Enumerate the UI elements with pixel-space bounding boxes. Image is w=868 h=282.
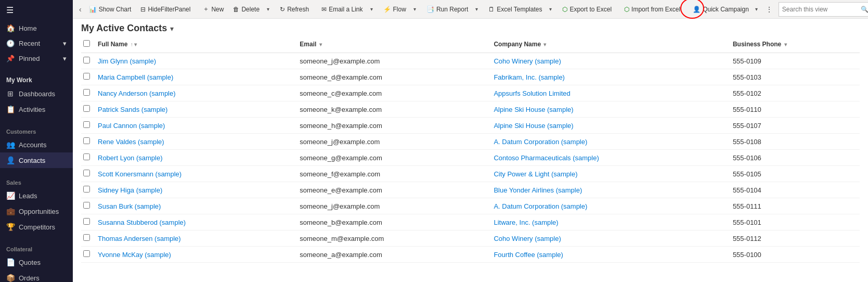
- row-checkbox[interactable]: [83, 89, 90, 96]
- row-checkbox[interactable]: [83, 137, 90, 144]
- quick-campaign-chevron[interactable]: ▾: [753, 2, 760, 17]
- contact-name-link[interactable]: Paul Cannon (sample): [98, 122, 165, 130]
- contact-name-link[interactable]: Scott Konersmann (sample): [98, 170, 182, 178]
- sidebar-item-label: Dashboards: [19, 90, 55, 98]
- sidebar-item-accounts[interactable]: 👥 Accounts: [0, 137, 73, 152]
- company-name-link[interactable]: Alpine Ski House (sample): [494, 122, 573, 130]
- sidebar-item-recent[interactable]: 🕐 Recent ▾: [0, 36, 73, 51]
- email-link-chevron[interactable]: ▾: [368, 2, 375, 17]
- company-name-link[interactable]: Blue Yonder Airlines (sample): [494, 186, 582, 194]
- flow-button[interactable]: ⚡ Flow: [379, 2, 410, 17]
- row-checkbox[interactable]: [83, 250, 90, 257]
- contact-name-link[interactable]: Maria Campbell (sample): [98, 73, 173, 81]
- export-excel-button[interactable]: ⬡ Export to Excel: [558, 2, 616, 17]
- sidebar-item-dashboards[interactable]: ⊞ Dashboards: [0, 86, 73, 101]
- company-name-link[interactable]: Fourth Coffee (sample): [494, 251, 563, 259]
- row-checkbox[interactable]: [83, 218, 90, 225]
- report-icon: 📑: [426, 6, 434, 13]
- more-options-button[interactable]: ⋮: [762, 2, 776, 17]
- contact-email: someone_h@example.com: [297, 118, 491, 134]
- contact-phone: 555-0101: [731, 214, 860, 230]
- delete-button[interactable]: 🗑 Delete: [229, 2, 264, 17]
- sidebar-item-pinned[interactable]: 📌 Pinned ▾: [0, 51, 73, 66]
- flow-chevron[interactable]: ▾: [411, 2, 418, 17]
- import-excel-button[interactable]: ⬡ Import from Excel: [620, 2, 684, 17]
- sidebar-item-activities[interactable]: 📋 Activities: [0, 101, 73, 117]
- contact-name-link[interactable]: Rene Valdes (sample): [98, 138, 164, 146]
- table-row: Nancy Anderson (sample) someone_c@exampl…: [81, 85, 860, 101]
- run-report-chevron[interactable]: ▾: [473, 2, 480, 17]
- sidebar-item-leads[interactable]: 📈 Leads: [0, 188, 73, 203]
- back-button[interactable]: ‹: [77, 3, 84, 16]
- company-name-link[interactable]: Alpine Ski House (sample): [494, 106, 573, 113]
- contact-name-link[interactable]: Robert Lyon (sample): [98, 154, 163, 162]
- sidebar-item-contacts[interactable]: 👤 Contacts: [0, 152, 73, 168]
- company-name-link[interactable]: A. Datum Corporation (sample): [494, 202, 587, 210]
- company-name-link[interactable]: Contoso Pharmaceuticals (sample): [494, 154, 599, 162]
- contact-email: someone_a@example.com: [297, 247, 491, 263]
- row-checkbox[interactable]: [83, 121, 90, 128]
- refresh-button[interactable]: ↻ Refresh: [276, 2, 313, 17]
- quick-campaign-button[interactable]: 👤 Quick Campaign: [689, 2, 753, 17]
- competitors-icon: 🏆: [6, 223, 15, 231]
- contact-email: someone_j@example.com: [297, 198, 491, 214]
- sidebar-item-home[interactable]: 🏠 Home: [0, 20, 73, 36]
- delete-chevron[interactable]: ▾: [265, 2, 271, 17]
- company-name-link[interactable]: Coho Winery (sample): [494, 235, 561, 242]
- row-checkbox[interactable]: [83, 234, 90, 241]
- excel-templates-chevron[interactable]: ▾: [547, 2, 554, 17]
- contact-name-link[interactable]: Susan Burk (sample): [98, 202, 161, 210]
- sidebar-item-orders[interactable]: 📦 Orders: [0, 270, 73, 282]
- table-row: Maria Campbell (sample) someone_d@exampl…: [81, 69, 860, 85]
- excel-templates-label: Excel Templates: [497, 6, 542, 13]
- export-excel-label: Export to Excel: [569, 6, 612, 13]
- company-name-link[interactable]: Coho Winery (sample): [494, 57, 561, 65]
- company-name-link[interactable]: Litware, Inc. (sample): [494, 219, 558, 226]
- sidebar-item-label: Competitors: [19, 223, 55, 231]
- col-full-name[interactable]: Full Name ↑ ▾: [96, 36, 297, 53]
- contact-name-link[interactable]: Yvonne McKay (sample): [98, 251, 171, 259]
- row-checkbox[interactable]: [83, 170, 90, 176]
- company-name-link[interactable]: Appsurfs Solution Limited: [494, 89, 570, 97]
- contacts-table-area: Full Name ↑ ▾ Email ▾ Company Name ▾ Bus…: [73, 36, 868, 282]
- sidebar-item-opportunities[interactable]: 💼 Opportunities: [0, 203, 73, 219]
- search-input[interactable]: [782, 6, 861, 13]
- col-company-name[interactable]: Company Name ▾: [491, 36, 730, 53]
- contact-name-link[interactable]: Sidney Higa (sample): [98, 186, 162, 194]
- row-checkbox[interactable]: [83, 202, 90, 209]
- view-title-dropdown[interactable]: ▾: [170, 24, 174, 33]
- contact-name-link[interactable]: Nancy Anderson (sample): [98, 89, 176, 97]
- show-chart-button[interactable]: 📊 Show Chart: [85, 2, 136, 17]
- email-link-button[interactable]: ✉ Email a Link: [317, 2, 367, 17]
- email-link-label: Email a Link: [329, 6, 362, 13]
- company-name-link[interactable]: Fabrikam, Inc. (sample): [494, 73, 565, 81]
- sidebar-item-quotes[interactable]: 📄 Quotes: [0, 254, 73, 270]
- quick-campaign-label: Quick Campaign: [703, 6, 749, 13]
- run-report-button[interactable]: 📑 Run Report: [422, 2, 472, 17]
- row-checkbox[interactable]: [83, 73, 90, 80]
- company-name-link[interactable]: City Power & Light (sample): [494, 170, 577, 178]
- row-checkbox[interactable]: [83, 186, 90, 193]
- contact-name-link[interactable]: Susanna Stubberod (sample): [98, 219, 186, 226]
- company-name-link[interactable]: A. Datum Corporation (sample): [494, 138, 587, 146]
- contact-name-link[interactable]: Jim Glynn (sample): [98, 57, 156, 65]
- col-business-phone[interactable]: Business Phone ▾: [731, 36, 860, 53]
- col-email[interactable]: Email ▾: [297, 36, 491, 53]
- contact-name-link[interactable]: Patrick Sands (sample): [98, 106, 167, 113]
- row-checkbox[interactable]: [83, 105, 90, 112]
- hide-filter-button[interactable]: ⊟ HideFilterPanel: [136, 2, 195, 17]
- sidebar-item-label: Pinned: [19, 55, 40, 62]
- select-all-checkbox[interactable]: [83, 40, 90, 47]
- hamburger-menu[interactable]: ☰: [0, 0, 73, 20]
- quotes-icon: 📄: [6, 258, 15, 266]
- contact-phone: 555-0109: [731, 53, 860, 69]
- excel-templates-button[interactable]: 🗒 Excel Templates: [484, 2, 546, 17]
- main-content: ‹ 📊 Show Chart ⊟ HideFilterPanel ＋ New 🗑…: [73, 0, 868, 282]
- activities-icon: 📋: [6, 105, 15, 113]
- sidebar-item-competitors[interactable]: 🏆 Competitors: [0, 219, 73, 235]
- table-row: Scott Konersmann (sample) someone_f@exam…: [81, 166, 860, 182]
- row-checkbox[interactable]: [83, 57, 90, 63]
- contact-name-link[interactable]: Thomas Andersen (sample): [98, 235, 181, 242]
- row-checkbox[interactable]: [83, 153, 90, 160]
- new-button[interactable]: ＋ New: [199, 2, 228, 17]
